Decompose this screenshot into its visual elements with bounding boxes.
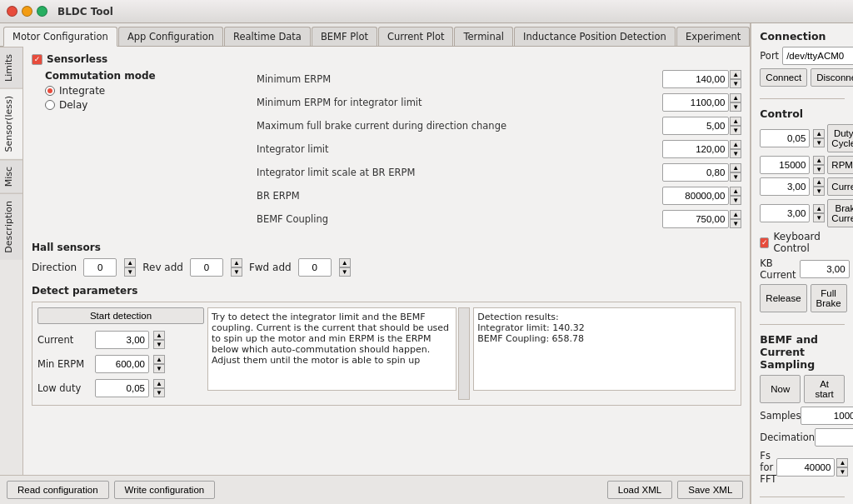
tab-realtime-data[interactable]: Realtime Data [224, 27, 311, 46]
integrate-radio[interactable] [45, 86, 55, 96]
disconnect-btn[interactable]: Disconnect [811, 68, 853, 87]
rev-up[interactable]: ▲ [231, 258, 242, 267]
write-config-btn[interactable]: Write configuration [114, 481, 216, 499]
tab-app-configuration[interactable]: App Configuration [118, 27, 223, 46]
dld-down[interactable]: ▼ [153, 388, 165, 397]
up2[interactable]: ▲ [730, 93, 741, 102]
detect-left-col: Start detection Current ▲▼ Min ERPM ▲▼ [37, 307, 204, 400]
fwd-down[interactable]: ▼ [339, 267, 351, 277]
tab-inductance[interactable]: Inductance Position Detection [514, 27, 676, 46]
bc-up[interactable]: ▲ [813, 204, 825, 213]
down7[interactable]: ▼ [730, 219, 741, 228]
dme-up[interactable]: ▲ [153, 355, 165, 364]
window-controls[interactable] [7, 6, 47, 17]
int-limit-input[interactable] [662, 140, 729, 158]
bottom-bar: Read configuration Write configuration L… [0, 475, 750, 504]
rev-add-input[interactable] [190, 258, 223, 277]
tab-motor-configuration[interactable]: Motor Configuration [3, 27, 117, 47]
cur-down[interactable]: ▼ [813, 187, 825, 196]
int-scale-input[interactable] [662, 163, 729, 182]
duty-cycle-btn[interactable]: Duty Cycle [827, 124, 853, 152]
br-erpm-input[interactable] [662, 187, 729, 205]
detect-low-duty-input[interactable] [95, 379, 149, 397]
tab-bemf-plot[interactable]: BEMF Plot [312, 27, 377, 46]
dc-down[interactable]: ▼ [153, 340, 165, 349]
rpm-btn[interactable]: RPM [827, 156, 853, 174]
start-detection-btn[interactable]: Start detection [37, 307, 204, 324]
side-tab-description[interactable]: Description [0, 193, 22, 260]
port-input[interactable] [782, 47, 853, 65]
dc-down2[interactable]: ▼ [813, 138, 825, 147]
side-tab-misc[interactable]: Misc [0, 159, 22, 193]
current-input[interactable] [760, 177, 810, 196]
delay-radio[interactable] [45, 100, 55, 110]
down2[interactable]: ▼ [730, 102, 741, 112]
samples-label: Samples [760, 410, 801, 422]
sensorless-checkbox[interactable]: ✓ [32, 54, 42, 65]
bemf-input[interactable] [662, 210, 729, 228]
fwd-add-input[interactable] [298, 258, 332, 277]
up3[interactable]: ▲ [730, 117, 741, 126]
fwd-up[interactable]: ▲ [339, 258, 351, 267]
down4[interactable]: ▼ [730, 149, 741, 158]
tab-experiment[interactable]: Experiment [676, 27, 750, 46]
close-button[interactable] [7, 6, 17, 17]
up4[interactable]: ▲ [730, 140, 741, 149]
fft-up[interactable]: ▲ [836, 458, 848, 467]
side-tab-limits[interactable]: Limits [0, 47, 22, 88]
dir-down[interactable]: ▼ [124, 267, 136, 277]
down5[interactable]: ▼ [730, 172, 741, 182]
min-erpm-input[interactable] [662, 70, 729, 88]
rev-down[interactable]: ▼ [231, 267, 242, 277]
dir-up[interactable]: ▲ [124, 258, 136, 267]
dme-down[interactable]: ▼ [153, 364, 165, 373]
dc-up2[interactable]: ▲ [813, 129, 825, 138]
minimize-button[interactable] [22, 6, 32, 17]
down3[interactable]: ▼ [730, 126, 741, 135]
min-erpm-up[interactable]: ▲ [730, 70, 741, 79]
fs-fft-input[interactable] [776, 458, 835, 477]
load-xml-btn[interactable]: Load XML [607, 481, 672, 499]
decimation-input[interactable] [815, 428, 853, 447]
at-start-btn[interactable]: At start [804, 375, 845, 403]
brake-current-btn[interactable]: Brake Current [827, 199, 853, 227]
down6[interactable]: ▼ [730, 196, 741, 205]
side-tab-sensorless[interactable]: Sensor(less) [0, 88, 22, 159]
detect-min-erpm-input[interactable] [95, 355, 149, 373]
up5[interactable]: ▲ [730, 163, 741, 172]
rpm-down[interactable]: ▼ [813, 165, 825, 174]
dc-up[interactable]: ▲ [153, 331, 165, 340]
release-btn[interactable]: Release [760, 284, 806, 312]
keyboard-control-checkbox[interactable]: ✓ [760, 237, 769, 248]
now-btn[interactable]: Now [760, 375, 801, 403]
up6[interactable]: ▲ [730, 187, 741, 196]
brake-current-input[interactable] [760, 204, 810, 222]
save-xml-btn[interactable]: Save XML [677, 481, 743, 499]
full-brake-btn[interactable]: Full Brake [811, 284, 847, 312]
duty-cycle-input[interactable] [760, 129, 810, 147]
up7[interactable]: ▲ [730, 210, 741, 219]
current-btn[interactable]: Current [827, 177, 853, 196]
port-row: Port [760, 47, 845, 65]
samples-input[interactable] [801, 407, 853, 425]
min-erpm-int-input[interactable] [662, 93, 729, 112]
kb-current-input[interactable] [800, 260, 850, 278]
connect-btn[interactable]: Connect [760, 68, 807, 87]
maximize-button[interactable] [37, 6, 47, 17]
commutation-col: Commutation mode Integrate Delay [32, 70, 248, 233]
min-erpm-down[interactable]: ▼ [730, 79, 741, 88]
cur-up[interactable]: ▲ [813, 177, 825, 187]
tab-terminal[interactable]: Terminal [454, 27, 513, 46]
detect-description-scrollbar[interactable] [458, 307, 470, 400]
max-brake-input[interactable] [662, 117, 729, 135]
direction-input[interactable] [83, 258, 117, 277]
kb-current-label: KB Current [760, 257, 796, 281]
fft-down[interactable]: ▼ [836, 467, 848, 477]
rpm-up[interactable]: ▲ [813, 156, 825, 165]
read-config-btn[interactable]: Read configuration [7, 481, 109, 499]
dld-up[interactable]: ▲ [153, 379, 165, 388]
bc-down[interactable]: ▼ [813, 213, 825, 222]
tab-current-plot[interactable]: Current Plot [378, 27, 454, 46]
rpm-input[interactable] [760, 156, 810, 174]
detect-current-input[interactable] [95, 331, 149, 349]
